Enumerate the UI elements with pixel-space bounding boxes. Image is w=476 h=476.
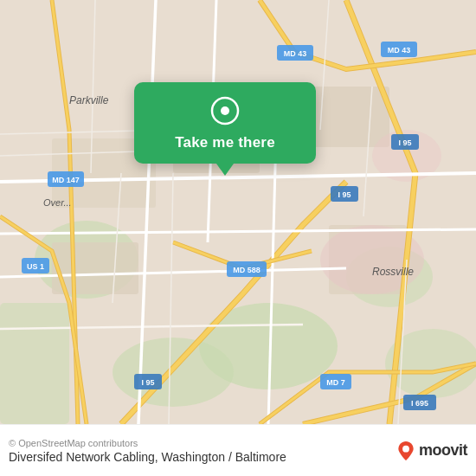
map-svg: MD 43 MD 43 I 95 I 95 I 95 MD 147 US 1 M… <box>0 0 476 424</box>
take-me-there-button[interactable]: Take me there <box>175 134 275 151</box>
bottom-left-info: © OpenStreetMap contributors Diversifed … <box>9 438 286 464</box>
svg-text:MD 588: MD 588 <box>233 266 261 274</box>
moovit-logo: moovit <box>396 441 467 460</box>
svg-text:I 95: I 95 <box>398 138 411 147</box>
place-name: Diversifed Network Cabling, Washington /… <box>9 450 286 464</box>
svg-text:MD 7: MD 7 <box>326 378 345 387</box>
svg-rect-5 <box>0 303 69 424</box>
svg-text:MD 43: MD 43 <box>284 49 307 58</box>
svg-text:I 95: I 95 <box>141 378 154 387</box>
svg-text:Over...: Over... <box>43 197 72 208</box>
svg-text:I 695: I 695 <box>411 399 428 408</box>
popup: Take me there <box>134 82 316 164</box>
moovit-pin-icon <box>396 441 415 460</box>
svg-text:MD 147: MD 147 <box>52 176 80 184</box>
svg-text:US 1: US 1 <box>27 262 44 271</box>
location-pin-icon <box>209 94 241 127</box>
svg-text:I 95: I 95 <box>338 190 351 199</box>
map-container: MD 43 MD 43 I 95 I 95 I 95 MD 147 US 1 M… <box>0 0 476 424</box>
svg-text:Rossville: Rossville <box>372 266 414 278</box>
svg-point-53 <box>221 106 229 115</box>
moovit-brand-text: moovit <box>419 441 467 460</box>
svg-point-54 <box>402 445 409 452</box>
copyright-text: © OpenStreetMap contributors <box>9 438 286 448</box>
bottom-bar: © OpenStreetMap contributors Diversifed … <box>0 424 476 476</box>
svg-text:MD 43: MD 43 <box>388 46 411 55</box>
svg-text:Parkville: Parkville <box>69 94 109 106</box>
